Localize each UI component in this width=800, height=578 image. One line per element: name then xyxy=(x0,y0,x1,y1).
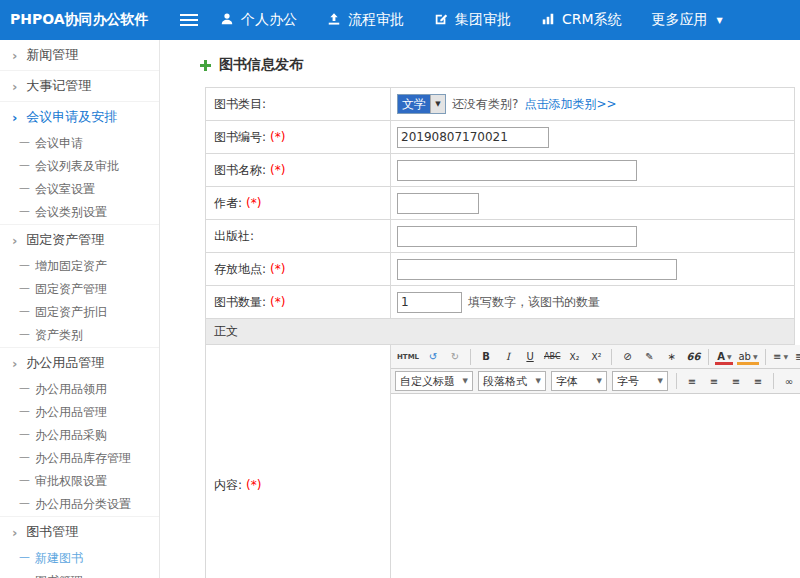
dash-icon: 一 xyxy=(19,136,30,151)
sidebar-item-asset-add[interactable]: 一 增加固定资产 xyxy=(0,255,159,278)
dash-icon: 一 xyxy=(19,328,30,343)
sidebar-item-asset-depreciation[interactable]: 一 固定资产折旧 xyxy=(0,301,159,324)
clean-icon[interactable]: ∗ xyxy=(661,347,681,366)
nav-crm-system[interactable]: CRM系统 xyxy=(541,11,622,29)
html-source-button[interactable]: HTML xyxy=(395,347,421,366)
sidebar-item-book-mgmt[interactable]: › 图书管理 xyxy=(0,517,159,547)
sidebar-item-book-new[interactable]: 一 新建图书 xyxy=(0,547,159,570)
sidebar-item-supplies-inventory[interactable]: 一 办公用品库存管理 xyxy=(0,447,159,470)
sidebar-item-supplies-claim[interactable]: 一 办公用品领用 xyxy=(0,378,159,401)
sidebar-item-assets-mgmt[interactable]: › 固定资产管理 xyxy=(0,225,159,255)
align-left-icon[interactable]: ≡ xyxy=(682,372,702,391)
font-color-button[interactable]: A xyxy=(714,347,734,366)
custom-title-select[interactable]: 自定义标题 ▼ xyxy=(395,371,473,391)
category-label-cell: 图书类目: xyxy=(206,88,391,120)
unordered-list-icon[interactable]: ≡ xyxy=(771,347,791,366)
highlight-color-button[interactable]: ab xyxy=(736,347,759,366)
format-brush-icon[interactable]: ✎ xyxy=(639,347,659,366)
sidebar-child-label: 办公用品领用 xyxy=(35,381,107,398)
field-label: 图书类目: xyxy=(214,96,266,113)
book-no-input[interactable] xyxy=(397,127,549,148)
publisher-field-cell xyxy=(391,220,794,252)
sidebar-child-label: 增加固定资产 xyxy=(35,258,107,275)
dash-icon: 一 xyxy=(19,405,30,420)
add-category-link[interactable]: 点击添加类别>> xyxy=(524,96,616,113)
editor-content-area[interactable] xyxy=(391,394,800,578)
bar-chart-icon xyxy=(541,12,555,29)
chevron-right-icon: › xyxy=(12,80,17,93)
caret-down-icon: ▼ xyxy=(463,377,468,385)
sidebar-item-meeting-list[interactable]: 一 会议列表及审批 xyxy=(0,155,159,178)
book-name-input[interactable] xyxy=(397,160,637,181)
quantity-input[interactable] xyxy=(397,292,462,313)
sidebar-item-meeting-mgmt[interactable]: › 会议申请及安排 xyxy=(0,102,159,132)
nav-label: 流程审批 xyxy=(348,11,404,29)
sidebar-group-events: › 大事记管理 xyxy=(0,70,159,101)
italic-button[interactable]: I xyxy=(498,347,518,366)
sidebar-child-label: 办公用品分类设置 xyxy=(35,496,131,513)
align-justify-icon[interactable]: ≡ xyxy=(748,372,768,391)
nav-more-apps[interactable]: 更多应用 ▼ xyxy=(652,11,723,29)
sidebar-item-events-mgmt[interactable]: › 大事记管理 xyxy=(0,71,159,101)
sidebar-item-supplies-approval-perm[interactable]: 一 审批权限设置 xyxy=(0,470,159,493)
author-input[interactable] xyxy=(397,193,479,214)
font-size-select[interactable]: 字号 ▼ xyxy=(612,371,668,391)
sidebar-child-label: 图书管理 xyxy=(35,573,83,578)
ordered-list-icon[interactable]: ≣ xyxy=(793,347,800,366)
nav-process-approval[interactable]: 流程审批 xyxy=(327,11,404,29)
category-select[interactable]: 文学 ▼ xyxy=(397,94,446,114)
sidebar-item-meeting-category[interactable]: 一 会议类别设置 xyxy=(0,201,159,224)
menu-toggle-icon[interactable] xyxy=(180,14,198,26)
form-row-publisher: 出版社: xyxy=(206,220,794,253)
field-label: 图书名称: xyxy=(214,162,266,179)
form-row-quantity: 图书数量: (*) 填写数字，该图书的数量 xyxy=(206,286,794,319)
undo-icon[interactable]: ↺ xyxy=(423,347,443,366)
sidebar-item-label: 图书管理 xyxy=(26,523,78,541)
top-navigation: 个人办公 流程审批 集团审批 CRM系统 更多应用 ▼ xyxy=(220,11,723,29)
strikethrough-button[interactable]: ABC xyxy=(542,347,562,366)
font-family-select[interactable]: 字体 ▼ xyxy=(551,371,607,391)
paragraph-format-select[interactable]: 段落格式 ▼ xyxy=(478,371,546,391)
link-icon[interactable]: ∞ xyxy=(779,372,799,391)
sidebar-item-news-mgmt[interactable]: › 新闻管理 xyxy=(0,40,159,70)
dash-icon: 一 xyxy=(19,282,30,297)
sidebar-item-meeting-room[interactable]: 一 会议室设置 xyxy=(0,178,159,201)
nav-label: CRM系统 xyxy=(562,11,622,29)
subscript-button[interactable]: X₂ xyxy=(564,347,584,366)
underline-button[interactable]: U xyxy=(520,347,540,366)
quantity-hint: 填写数字，该图书的数量 xyxy=(468,294,600,311)
page-header: 图书信息发布 xyxy=(200,56,800,74)
form-row-author: 作者: (*) xyxy=(206,187,794,220)
align-center-icon[interactable]: ≡ xyxy=(704,372,724,391)
caret-down-icon: ▼ xyxy=(597,377,602,385)
sidebar-item-asset-category[interactable]: 一 资产类别 xyxy=(0,324,159,347)
sidebar-item-supplies-classify[interactable]: 一 办公用品分类设置 xyxy=(0,493,159,516)
sidebar-item-label: 办公用品管理 xyxy=(26,354,104,372)
edit-square-icon xyxy=(434,12,448,29)
field-label: 存放地点: xyxy=(214,261,266,278)
remove-format-icon[interactable]: ⊘ xyxy=(617,347,637,366)
superscript-button[interactable]: X² xyxy=(586,347,606,366)
chevron-right-icon: › xyxy=(12,526,17,539)
redo-icon[interactable]: ↻ xyxy=(445,347,465,366)
blockquote-icon[interactable]: 66 xyxy=(683,347,703,366)
section-header-body: 正文 xyxy=(206,319,794,345)
sidebar-item-supplies-purchase[interactable]: 一 办公用品采购 xyxy=(0,424,159,447)
publisher-input[interactable] xyxy=(397,226,637,247)
sidebar-item-asset-manage[interactable]: 一 固定资产管理 xyxy=(0,278,159,301)
field-label: 图书数量: xyxy=(214,294,266,311)
toolbar-separator xyxy=(611,349,612,365)
nav-group-approval[interactable]: 集团审批 xyxy=(434,11,511,29)
location-input[interactable] xyxy=(397,259,677,280)
align-right-icon[interactable]: ≡ xyxy=(726,372,746,391)
nav-personal-office[interactable]: 个人办公 xyxy=(220,11,297,29)
sidebar-item-book-manage[interactable]: 一 图书管理 xyxy=(0,570,159,578)
sidebar-item-meeting-apply[interactable]: 一 会议申请 xyxy=(0,132,159,155)
sidebar-child-label: 办公用品库存管理 xyxy=(35,450,131,467)
book-name-field-cell xyxy=(391,154,794,186)
bold-button[interactable]: B xyxy=(476,347,496,366)
sidebar-item-supplies-manage[interactable]: 一 办公用品管理 xyxy=(0,401,159,424)
sidebar-item-supplies-mgmt[interactable]: › 办公用品管理 xyxy=(0,348,159,378)
publisher-label-cell: 出版社: xyxy=(206,220,391,252)
rich-text-editor: HTML ↺ ↻ B I U ABC X₂ X² ⊘ ✎ ∗ 66 A xyxy=(391,345,800,578)
